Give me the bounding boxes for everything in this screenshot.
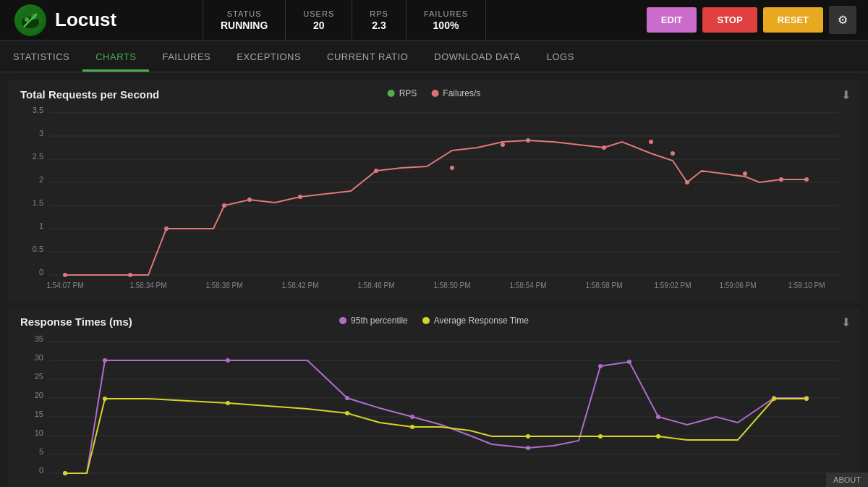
svg-point-69 [410, 415, 414, 419]
rps-legend-label: RPS [399, 88, 417, 98]
svg-point-33 [128, 273, 132, 277]
header: Locust STATUS RUNNING USERS 20 RPS 2.3 F… [0, 0, 868, 41]
svg-point-43 [649, 140, 653, 144]
svg-point-79 [345, 411, 349, 415]
failures-legend-dot [431, 90, 438, 97]
tab-failures[interactable]: FAILURES [149, 44, 224, 72]
svg-point-32 [63, 273, 67, 277]
svg-text:35: 35 [35, 334, 43, 343]
svg-point-66 [103, 358, 107, 363]
p95-legend-dot [339, 317, 346, 324]
svg-point-72 [627, 360, 631, 364]
svg-point-2 [25, 17, 29, 22]
status-stat: STATUS RUNNING [203, 0, 286, 40]
response-chart-title: Response Times (ms) [20, 316, 132, 328]
rps-chart-legend: RPS Failures/s [388, 88, 481, 98]
svg-text:0: 0 [39, 466, 43, 475]
svg-text:1: 1 [39, 221, 43, 230]
failures-label: FAILURES [424, 9, 468, 18]
svg-text:3: 3 [39, 129, 43, 137]
tab-exceptions[interactable]: EXCEPTIONS [224, 44, 314, 72]
rps-value: 2.3 [372, 20, 386, 31]
svg-point-41 [526, 138, 530, 143]
rps-chart-svg: 0 0.5 1 1.5 2 2.5 3 3.5 1:54:07 PM 1:58:… [20, 101, 848, 297]
tab-current-ratio[interactable]: CURRENT RATIO [314, 44, 421, 72]
users-label: USERS [303, 9, 334, 18]
navigation: STATISTICS CHARTS FAILURES EXCEPTIONS CU… [0, 41, 868, 72]
svg-text:1:54:07 PM: 1:54:07 PM [46, 281, 83, 289]
edit-button[interactable]: EDIT [647, 7, 697, 33]
rps-chart-download[interactable]: ⬇ [841, 88, 851, 102]
tab-logs[interactable]: LOGS [534, 44, 587, 72]
svg-text:20: 20 [35, 391, 43, 399]
svg-text:1:58:34 PM: 1:58:34 PM [129, 281, 166, 289]
rps-chart-container: Total Requests per Second RPS Failures/s… [9, 80, 859, 302]
svg-text:1:58:54 PM: 1:58:54 PM [509, 281, 546, 289]
stop-button[interactable]: STOP [702, 7, 757, 33]
svg-point-40 [501, 143, 505, 147]
svg-text:1:58:58 PM: 1:58:58 PM [585, 281, 622, 289]
response-chart-container: Response Times (ms) 95th percentile Aver… [9, 307, 859, 487]
svg-point-46 [743, 171, 747, 176]
svg-point-84 [772, 397, 776, 401]
rps-stat: RPS 2.3 [352, 0, 407, 40]
svg-text:2.5: 2.5 [33, 152, 43, 161]
svg-text:1:58:46 PM: 1:58:46 PM [357, 281, 394, 289]
settings-button[interactable]: ⚙ [829, 6, 856, 34]
svg-text:1.5: 1.5 [33, 198, 43, 207]
status-value: RUNNING [221, 20, 268, 31]
svg-point-47 [779, 177, 783, 182]
svg-text:0: 0 [39, 268, 43, 276]
p95-legend-label: 95th percentile [351, 316, 408, 326]
svg-text:15: 15 [35, 410, 43, 418]
svg-point-82 [598, 434, 603, 439]
svg-text:25: 25 [35, 372, 43, 381]
logo-area: Locust [0, 4, 203, 36]
svg-point-78 [226, 401, 230, 405]
svg-point-34 [164, 226, 169, 231]
failures-legend-label: Failures/s [443, 88, 480, 98]
svg-point-35 [222, 203, 226, 208]
svg-point-77 [103, 397, 107, 401]
response-chart-download[interactable]: ⬇ [841, 316, 851, 329]
svg-text:3.5: 3.5 [33, 106, 43, 114]
svg-point-68 [345, 396, 349, 400]
svg-text:2: 2 [39, 175, 43, 184]
svg-text:5: 5 [39, 447, 43, 456]
avg-legend-dot [422, 317, 430, 324]
svg-text:10: 10 [35, 428, 43, 437]
svg-point-67 [226, 358, 230, 363]
svg-point-73 [656, 415, 660, 419]
svg-point-81 [526, 434, 530, 439]
rps-chart-title: Total Requests per Second [20, 88, 159, 101]
svg-point-45 [685, 180, 689, 185]
svg-point-80 [410, 425, 414, 429]
svg-text:1:59:02 PM: 1:59:02 PM [654, 281, 691, 289]
svg-point-85 [804, 397, 809, 401]
svg-point-36 [247, 198, 252, 202]
svg-text:1:58:50 PM: 1:58:50 PM [433, 281, 470, 289]
p95-legend-item: 95th percentile [339, 316, 408, 326]
failures-stat: FAILURES 100% [406, 0, 486, 40]
svg-text:30: 30 [35, 353, 43, 362]
avg-legend-item: Average Response Time [422, 316, 529, 326]
tab-charts[interactable]: CHARTS [82, 44, 149, 72]
response-chart-legend: 95th percentile Average Response Time [339, 316, 529, 326]
charts-area: Total Requests per Second RPS Failures/s… [0, 72, 868, 487]
app-title: Locust [55, 9, 116, 31]
about-badge[interactable]: ABOUT [826, 473, 868, 487]
svg-point-42 [602, 145, 606, 150]
svg-text:1:58:38 PM: 1:58:38 PM [205, 281, 242, 289]
failures-legend-item: Failures/s [431, 88, 480, 98]
tab-statistics[interactable]: STATISTICS [0, 44, 82, 72]
svg-point-76 [63, 471, 67, 475]
reset-button[interactable]: RESET [763, 7, 823, 33]
rps-legend-dot [388, 90, 395, 97]
svg-point-39 [450, 166, 454, 170]
tab-download-data[interactable]: DOWNLOAD DATA [421, 44, 533, 72]
svg-point-38 [374, 169, 378, 173]
failures-value: 100% [433, 20, 459, 31]
status-label: STATUS [227, 9, 262, 18]
header-stats: STATUS RUNNING USERS 20 RPS 2.3 FAILURES… [203, 0, 635, 40]
svg-text:1:58:42 PM: 1:58:42 PM [281, 281, 318, 289]
